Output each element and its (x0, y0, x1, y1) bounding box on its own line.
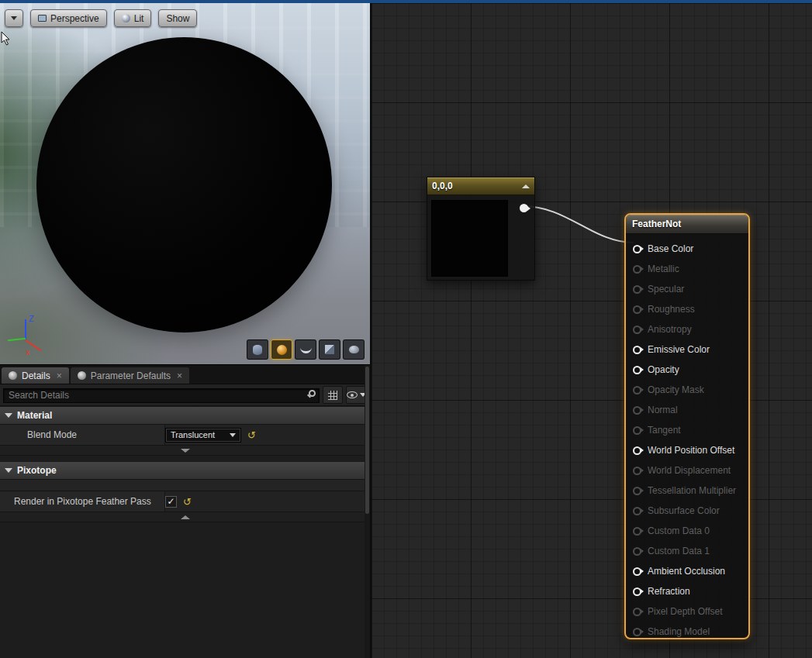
perspective-button[interactable]: Perspective (30, 9, 107, 27)
pin-icon[interactable] (633, 446, 641, 455)
close-icon[interactable]: × (177, 370, 182, 381)
preview-shape-cylinder-button[interactable] (247, 339, 268, 360)
section-gap (0, 456, 370, 461)
pin-icon[interactable] (633, 326, 641, 334)
show-label: Show (166, 13, 189, 24)
pin-anisotropy[interactable]: Anisotropy (626, 319, 748, 339)
pin-icon[interactable] (633, 467, 641, 475)
plane-icon (300, 346, 312, 353)
preview-shape-cube-button[interactable] (319, 339, 340, 360)
close-icon[interactable]: × (57, 370, 62, 381)
pin-icon[interactable] (633, 487, 641, 495)
collapse-icon[interactable] (522, 184, 530, 188)
pin-subsurface-color[interactable]: Subsurface Color (626, 501, 748, 521)
material-graph-canvas[interactable]: 0,0,0 FeatherNot Base Color Metallic Spe… (370, 3, 812, 658)
pin-custom-data-1[interactable]: Custom Data 1 (626, 541, 748, 561)
pin-icon[interactable] (633, 507, 641, 515)
pin-opacity[interactable]: Opacity (626, 360, 748, 380)
view-options-button[interactable] (346, 386, 367, 404)
tab-parameter-defaults[interactable]: Parameter Defaults × (71, 367, 189, 384)
preview-shape-buttons (247, 339, 365, 360)
preview-viewport[interactable]: Perspective Lit Show Z x (0, 3, 370, 364)
pin-base-color[interactable]: Base Color (626, 239, 748, 259)
material-output-node[interactable]: FeatherNot Base Color Metallic Specular … (624, 213, 750, 639)
feather-pass-value-cell: ✓ ↺ (165, 491, 370, 512)
pin-pixel-depth-offset[interactable]: Pixel Depth Offset (626, 601, 748, 622)
blend-mode-value-cell: Translucent ↺ (165, 425, 370, 445)
pin-ambient-occlusion[interactable]: Ambient Occlusion (626, 561, 748, 581)
viewport-options-button[interactable] (5, 9, 23, 27)
pin-icon[interactable] (633, 386, 641, 394)
pin-emissive-color[interactable]: Emissive Color (626, 339, 748, 360)
pin-icon[interactable] (633, 587, 641, 596)
pin-icon[interactable] (633, 285, 641, 294)
pin-label: Ambient Occlusion (648, 566, 725, 577)
pin-metallic[interactable]: Metallic (626, 259, 748, 279)
teapot-icon (349, 346, 359, 353)
pin-label: Tessellation Multiplier (648, 485, 736, 496)
pin-icon[interactable] (633, 265, 641, 274)
pin-tangent[interactable]: Tangent (626, 420, 748, 440)
blend-mode-dropdown[interactable]: Translucent (165, 428, 241, 443)
pin-icon[interactable] (633, 567, 641, 576)
output-node-header[interactable]: FeatherNot (626, 215, 748, 234)
pin-icon[interactable] (633, 406, 641, 415)
eye-icon (347, 391, 358, 398)
pixotope-section-splitter[interactable] (0, 512, 370, 522)
constant-color-node[interactable]: 0,0,0 (427, 177, 535, 280)
pin-refraction[interactable]: Refraction (626, 581, 748, 601)
feather-pass-checkbox[interactable]: ✓ (165, 496, 177, 508)
show-button[interactable]: Show (158, 9, 197, 27)
pin-label: World Displacement (648, 465, 731, 476)
section-title-material: Material (17, 410, 52, 421)
search-input[interactable] (3, 388, 320, 403)
pin-label: Pixel Depth Offset (648, 606, 723, 617)
section-header-pixotope[interactable]: Pixotope (0, 461, 370, 480)
pin-icon[interactable] (633, 527, 641, 536)
blend-mode-label: Blend Mode (0, 425, 165, 445)
details-scrollbar[interactable] (365, 365, 370, 658)
details-tabbar: Details × Parameter Defaults × (0, 365, 370, 384)
pin-icon[interactable] (633, 366, 641, 374)
sphere-icon (277, 345, 287, 355)
pin-icon[interactable] (633, 305, 641, 314)
tab-details[interactable]: Details × (2, 367, 69, 384)
color-swatch[interactable] (431, 200, 508, 277)
preview-shape-teapot-button[interactable] (343, 339, 365, 360)
preview-shape-sphere-button[interactable] (271, 339, 292, 360)
constant-output-pin[interactable] (520, 204, 528, 212)
section-title-pixotope: Pixotope (17, 465, 57, 476)
pin-shading-model[interactable]: Shading Model (626, 622, 748, 642)
pin-icon[interactable] (633, 547, 641, 556)
section-header-material[interactable]: Material (0, 406, 370, 425)
pin-roughness[interactable]: Roughness (626, 299, 748, 319)
constant-node-header[interactable]: 0,0,0 (427, 177, 535, 195)
pin-world-displacement[interactable]: World Displacement (626, 460, 748, 481)
pin-icon[interactable] (633, 608, 641, 616)
perspective-icon (38, 15, 47, 22)
perspective-label: Perspective (50, 13, 99, 24)
pin-specular[interactable]: Specular (626, 279, 748, 299)
pin-icon[interactable] (633, 628, 641, 636)
preview-shape-plane-button[interactable] (295, 339, 316, 360)
pin-world-position-offset[interactable]: World Position Offset (626, 440, 748, 460)
reset-to-default-icon[interactable]: ↺ (183, 497, 192, 507)
scrollbar-thumb[interactable] (365, 367, 369, 514)
pin-icon[interactable] (633, 426, 641, 435)
pin-normal[interactable]: Normal (626, 400, 748, 420)
pin-label: Opacity (648, 364, 679, 375)
details-panel: Details × Parameter Defaults × Material (0, 364, 370, 658)
pin-opacity-mask[interactable]: Opacity Mask (626, 380, 748, 400)
material-section-splitter[interactable] (0, 446, 370, 456)
property-matrix-button[interactable] (323, 386, 343, 404)
pin-icon[interactable] (633, 245, 641, 253)
pin-tessellation-multiplier[interactable]: Tessellation Multiplier (626, 481, 748, 501)
pin-custom-data-0[interactable]: Custom Data 0 (626, 521, 748, 541)
reset-to-default-icon[interactable]: ↺ (247, 430, 256, 440)
constant-node-body (427, 195, 535, 281)
pin-label: Custom Data 0 (648, 525, 710, 536)
chevron-down-icon (230, 433, 236, 437)
preview-sphere (36, 37, 332, 332)
pin-icon[interactable] (633, 346, 641, 354)
lit-button[interactable]: Lit (114, 9, 152, 27)
